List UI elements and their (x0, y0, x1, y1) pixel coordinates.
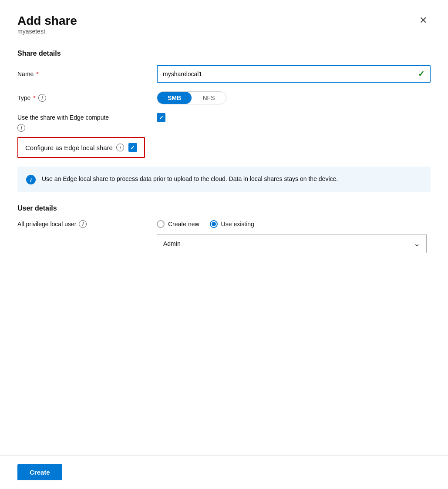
type-required-star: * (33, 94, 35, 101)
user-dropdown[interactable]: Admin ⌄ (157, 234, 427, 253)
type-row: Type * i SMB NFS (17, 91, 431, 104)
dialog-footer: Create (0, 455, 448, 489)
edge-local-label-text: Configure as Edge local share (25, 144, 113, 151)
name-label: Name * (17, 70, 157, 77)
name-input[interactable] (163, 70, 418, 77)
edge-compute-row: Use the share with Edge compute ✓ i (17, 113, 431, 132)
info-box: i Use an Edge local share to process dat… (17, 167, 431, 192)
close-button[interactable]: ✕ (416, 14, 431, 27)
edge-local-checkmark: ✓ (130, 144, 135, 151)
type-toggle-group[interactable]: SMB NFS (157, 91, 226, 104)
edge-local-info-icon: i (116, 144, 124, 151)
edge-compute-checkmark: ✓ (159, 114, 164, 121)
dialog-title: Add share myasetest (17, 14, 77, 47)
info-box-icon: i (26, 175, 36, 184)
add-share-dialog: Add share myasetest ✕ Share details Name… (0, 0, 448, 489)
user-details-section: User details All privilege local user i … (17, 204, 431, 253)
privilege-info-icon: i (79, 220, 87, 228)
privilege-row: All privilege local user i Create new Us… (17, 220, 431, 228)
edge-compute-label-text: Use the share with Edge compute (17, 114, 157, 121)
type-info-icon: i (38, 94, 46, 102)
nfs-option[interactable]: NFS (192, 92, 226, 104)
use-existing-option[interactable]: Use existing (210, 220, 254, 228)
chevron-down-icon: ⌄ (414, 239, 420, 248)
title-text: Add share (17, 14, 77, 28)
edge-local-row: Configure as Edge local share i ✓ (17, 137, 145, 158)
privilege-label: All privilege local user i (17, 220, 157, 228)
smb-option[interactable]: SMB (157, 92, 192, 104)
valid-check-icon: ✓ (418, 69, 424, 79)
info-box-text: Use an Edge local share to process data … (42, 174, 338, 184)
share-details-title: Share details (17, 50, 431, 57)
type-label: Type * i (17, 94, 157, 102)
dropdown-value: Admin (163, 240, 181, 247)
name-row: Name * ✓ (17, 65, 431, 83)
edge-compute-info-icon: i (17, 124, 25, 132)
edge-compute-checkbox[interactable]: ✓ (157, 113, 165, 122)
create-new-label: Create new (168, 221, 199, 228)
user-details-title: User details (17, 204, 431, 212)
dialog-header: Add share myasetest ✕ (17, 14, 431, 47)
edge-compute-top: Use the share with Edge compute ✓ (17, 113, 165, 122)
edge-local-checkbox[interactable]: ✓ (128, 143, 137, 152)
edge-compute-info: i (17, 124, 25, 132)
type-label-text: Type (17, 94, 30, 101)
name-input-wrapper: ✓ (157, 65, 431, 83)
create-new-option[interactable]: Create new (157, 220, 199, 228)
use-existing-label: Use existing (221, 221, 254, 228)
name-label-text: Name (17, 70, 34, 77)
name-required-star: * (36, 70, 38, 77)
use-existing-radio[interactable] (210, 220, 218, 228)
subtitle-text: myasetest (17, 28, 77, 35)
create-new-radio[interactable] (157, 220, 165, 228)
create-button[interactable]: Create (17, 464, 62, 480)
radio-group: Create new Use existing (157, 220, 254, 228)
privilege-label-text: All privilege local user (17, 221, 76, 228)
dialog-body: Add share myasetest ✕ Share details Name… (0, 0, 448, 455)
share-details-section: Share details Name * ✓ Type * i (17, 50, 431, 192)
